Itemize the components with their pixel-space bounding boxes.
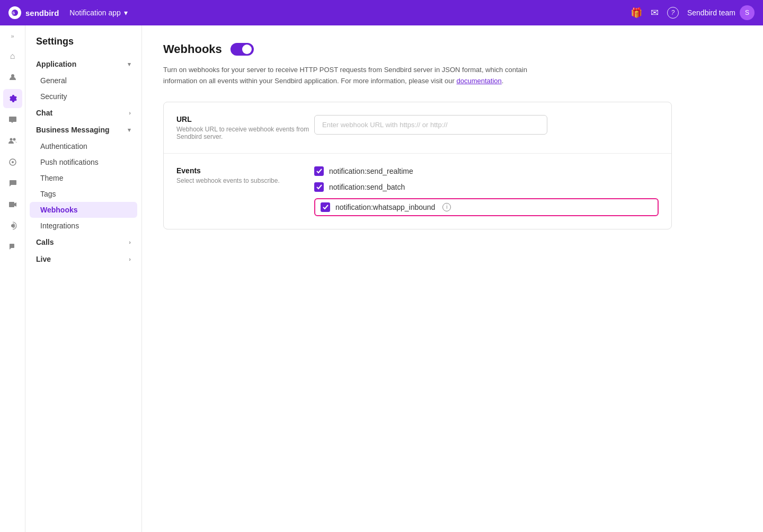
sidebar-item-video[interactable] [3,195,22,214]
gift-icon[interactable]: 🎁 [631,7,642,19]
expand-button[interactable]: » [3,30,22,42]
user-name: Sendbird team [687,8,735,17]
url-input-section [314,115,659,135]
sidebar-item-podcast[interactable] [3,216,22,235]
svg-rect-7 [9,202,14,207]
nav-sub-authentication[interactable]: Authentication [25,138,141,154]
event-checkbox-send-realtime[interactable] [314,166,324,176]
whatsapp-info-icon[interactable]: i [442,203,451,211]
content-area: Webhooks Turn on webhooks for your serve… [142,25,763,532]
url-label-section: URL Webhook URL to receive webhook event… [176,115,314,140]
nav-sub-theme[interactable]: Theme [25,170,141,186]
nav-sub-webhooks[interactable]: Webhooks [30,202,137,218]
url-input[interactable] [314,115,547,135]
events-list-section: notification:send_realtime notification:… [314,166,659,216]
nav-sub-general[interactable]: General [25,73,141,88]
app-name: Notification app [69,8,121,17]
sidebar-item-users[interactable] [3,68,22,87]
settings-title: Settings [25,36,141,56]
page-description: Turn on webhooks for your server to rece… [163,65,545,87]
application-chevron: ▾ [128,61,131,68]
sidebar-item-team[interactable] [3,131,22,150]
events-label-desc: Select webhook events to subscribe. [176,177,314,184]
sidebar-item-home[interactable]: ⌂ [3,47,22,66]
event-item-whatsapp-inbound: notification:whatsapp_inbound i [314,198,659,216]
sidebar-item-support[interactable] [3,237,22,256]
event-label-send-batch: notification:send_batch [329,183,405,191]
settings-sidebar: Settings Application ▾ General Security … [25,25,142,532]
event-checkbox-whatsapp-inbound[interactable] [321,202,330,212]
live-chevron: › [129,256,131,262]
webhooks-card: URL Webhook URL to receive webhook event… [163,102,672,229]
event-item-send-realtime: notification:send_realtime [314,166,659,176]
nav-section-chat[interactable]: Chat › [25,104,141,121]
events-list: notification:send_realtime notification:… [314,166,659,216]
calls-chevron: › [129,239,131,245]
bm-chevron: ▾ [128,127,131,134]
page-title: Webhooks [163,42,222,56]
top-navigation: S sendbird Notification app ▾ 🎁 ✉ ? Send… [0,0,763,25]
main-layout: » ⌂ Settings [0,25,763,532]
sidebar-item-analytics[interactable] [3,153,22,172]
chat-chevron: › [129,110,131,116]
nav-sub-tags[interactable]: Tags [25,186,141,202]
sidebar-item-messages[interactable] [3,110,22,129]
sidebar-item-settings[interactable] [3,89,22,108]
app-selector[interactable]: Notification app ▾ [69,8,128,17]
events-label-section: Events Select webhook events to subscrib… [176,166,314,184]
url-label-desc: Webhook URL to receive webhook events fr… [176,126,314,140]
url-row: URL Webhook URL to receive webhook event… [164,102,671,154]
nav-section-application[interactable]: Application ▾ [25,56,141,73]
logo-text: sendbird [25,8,59,17]
topnav-right: 🎁 ✉ ? Sendbird team S [631,5,755,20]
svg-point-6 [12,161,14,163]
event-label-whatsapp-inbound: notification:whatsapp_inbound [335,203,435,211]
nav-section-business-messaging[interactable]: Business Messaging ▾ [25,121,141,138]
webhooks-toggle[interactable] [230,43,254,56]
event-item-send-batch: notification:send_batch [314,182,659,192]
logo-icon: S [8,6,21,19]
app-selector-chevron: ▾ [124,8,128,17]
svg-point-4 [13,138,15,141]
user-menu[interactable]: Sendbird team S [687,5,755,20]
icon-sidebar: » ⌂ [0,25,25,532]
user-avatar: S [740,5,755,20]
nav-sub-integrations[interactable]: Integrations [25,218,141,234]
nav-sub-push-notifications[interactable]: Push notifications [25,154,141,170]
nav-section-live[interactable]: Live › [25,251,141,268]
event-checkbox-send-batch[interactable] [314,182,324,192]
nav-sub-security[interactable]: Security [25,88,141,104]
help-icon[interactable]: ? [667,7,679,19]
url-label-title: URL [176,115,314,123]
page-header: Webhooks [163,42,742,56]
nav-section-calls[interactable]: Calls › [25,234,141,251]
events-row: Events Select webhook events to subscrib… [164,154,671,229]
events-label-title: Events [176,166,314,175]
description-link[interactable]: documentation [457,77,502,85]
sidebar-item-chat[interactable] [3,174,22,193]
svg-point-3 [10,138,12,141]
logo[interactable]: S sendbird [8,6,59,19]
svg-text:S: S [12,11,15,15]
svg-point-8 [11,224,14,227]
mail-icon[interactable]: ✉ [651,7,659,19]
event-label-send-realtime: notification:send_realtime [329,167,413,175]
